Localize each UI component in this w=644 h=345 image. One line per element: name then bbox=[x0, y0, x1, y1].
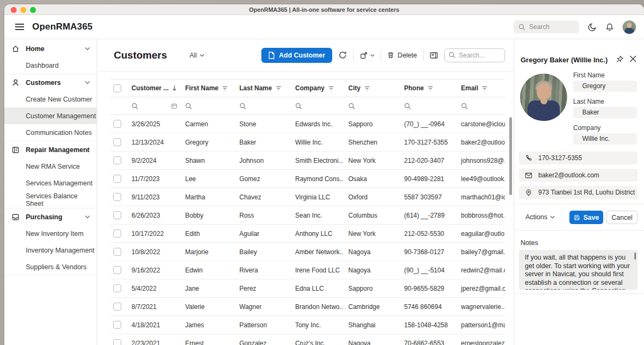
row-checkbox[interactable] bbox=[113, 248, 121, 256]
cell-city: Cambridge bbox=[343, 303, 399, 311]
user-avatar[interactable] bbox=[623, 20, 636, 34]
notes-textarea[interactable]: If you wait, all that happens is you get… bbox=[519, 250, 638, 290]
table-row[interactable]: 2/23/2021 Ernest Gonzalez Cruz's Inc. Na… bbox=[110, 334, 505, 345]
card-view-icon[interactable] bbox=[429, 51, 438, 60]
filter-icon[interactable] bbox=[275, 85, 282, 91]
dark-mode-icon[interactable] bbox=[588, 23, 597, 32]
column-header-last-name[interactable]: Last Name bbox=[234, 84, 290, 92]
cancel-button[interactable]: Cancel bbox=[606, 211, 638, 224]
filter-company[interactable] bbox=[290, 97, 343, 114]
row-checkbox[interactable] bbox=[113, 211, 121, 219]
table-row[interactable]: 8/7/2021 Valerie Wagner Brandon Netwo...… bbox=[110, 298, 505, 316]
notifications-bell-icon[interactable] bbox=[605, 23, 614, 32]
row-checkbox[interactable] bbox=[113, 193, 121, 201]
cell-email: jperez@gmail.c... bbox=[456, 285, 505, 292]
sidebar-item-services-management[interactable]: Services Management bbox=[4, 175, 97, 191]
table-search[interactable] bbox=[444, 48, 505, 62]
filter-email[interactable] bbox=[456, 97, 505, 114]
row-checkbox[interactable] bbox=[113, 120, 121, 128]
column-header-first-name[interactable]: First Name bbox=[180, 84, 234, 92]
row-checkbox[interactable] bbox=[113, 156, 121, 164]
window-title: OpenRMA365 | All-in-one software for ser… bbox=[4, 4, 644, 15]
sidebar-item-customer-management[interactable]: Customer Management bbox=[4, 107, 97, 124]
column-header-city[interactable]: City bbox=[343, 84, 399, 92]
phone-field[interactable]: 170-3127-5355 bbox=[519, 152, 638, 164]
row-checkbox[interactable] bbox=[113, 321, 121, 329]
column-header-customer[interactable]: Customer ... bbox=[128, 84, 180, 92]
global-search-input[interactable] bbox=[529, 23, 572, 31]
cell-city: Columbus bbox=[343, 212, 399, 219]
filter-first-name[interactable] bbox=[180, 97, 234, 114]
calendar-icon[interactable] bbox=[171, 103, 178, 110]
row-checkbox[interactable] bbox=[113, 229, 121, 238]
sidebar-item-dashboard[interactable]: Dashboard bbox=[4, 57, 97, 74]
sidebar-section-home[interactable]: Home bbox=[4, 40, 97, 57]
sidebar-item-communication-notes[interactable]: Communication Notes bbox=[4, 124, 97, 141]
filter-icon[interactable] bbox=[328, 85, 334, 91]
filter-icon[interactable] bbox=[481, 85, 488, 91]
save-button[interactable]: Save bbox=[569, 211, 603, 224]
view-filter-dropdown[interactable]: All bbox=[189, 52, 204, 59]
row-checkbox[interactable] bbox=[113, 266, 121, 274]
filter-customer-date[interactable] bbox=[128, 97, 180, 114]
row-checkbox[interactable] bbox=[113, 138, 121, 146]
table-scrollbar[interactable] bbox=[509, 117, 512, 195]
column-header-phone[interactable]: Phone bbox=[399, 84, 456, 92]
filter-last-name[interactable] bbox=[234, 97, 290, 114]
phone-icon bbox=[525, 154, 533, 162]
sidebar-section-repair-management[interactable]: Repair Management bbox=[4, 141, 97, 158]
first-name-field[interactable]: Gregory bbox=[573, 81, 637, 92]
cell-customer-date: 11/7/2023 bbox=[128, 175, 180, 183]
delete-button[interactable]: Delete bbox=[387, 51, 417, 59]
table-row[interactable]: 6/26/2023 Bobby Ross Sean Inc. Columbus … bbox=[110, 206, 505, 225]
global-search[interactable] bbox=[514, 20, 579, 33]
filter-phone[interactable] bbox=[399, 97, 456, 114]
sidebar-item-new-rma-service[interactable]: New RMA Service bbox=[4, 158, 97, 175]
table-row[interactable]: 4/18/2021 James Patterson Tony Inc. Shan… bbox=[110, 316, 505, 334]
company-field[interactable]: Willie Inc. bbox=[573, 133, 637, 145]
column-header-company[interactable]: Company bbox=[290, 84, 343, 92]
cell-company: Edwards Inc. bbox=[290, 120, 343, 128]
document-icon bbox=[268, 52, 275, 59]
row-checkbox[interactable] bbox=[113, 175, 121, 183]
table-row[interactable]: 9/2/2024 Shawn Johnson Smith Electroni..… bbox=[110, 152, 505, 170]
table-row[interactable]: 11/7/2023 Lee Gomez Raymond Cons... Osak… bbox=[110, 170, 505, 188]
filter-icon[interactable] bbox=[364, 85, 370, 91]
cell-company: Anthony LLC bbox=[290, 230, 343, 238]
sidebar-item-inventory-management[interactable]: Inventory Management bbox=[4, 242, 97, 258]
column-header-email[interactable]: Email bbox=[456, 84, 505, 92]
pin-icon[interactable] bbox=[616, 55, 624, 63]
table-row[interactable]: 9/16/2022 Edwin Rivera Irene Food LLC Na… bbox=[110, 261, 505, 279]
filter-city[interactable] bbox=[343, 97, 399, 114]
sidebar-item-new-inventory-item[interactable]: New Inventory Item bbox=[4, 225, 97, 242]
menu-icon[interactable] bbox=[15, 24, 24, 30]
actions-dropdown[interactable]: Actions bbox=[525, 213, 555, 221]
row-checkbox[interactable] bbox=[113, 284, 121, 292]
table-row[interactable]: 5/4/2022 Jane Perez Edna LLC Sapporo 90-… bbox=[110, 279, 505, 298]
table-row[interactable]: 10/8/2022 Marjorie Bailey Amber Network.… bbox=[110, 243, 505, 261]
sidebar-section-customers[interactable]: Customers bbox=[4, 74, 97, 91]
sidebar-item-services-balance-sheet[interactable]: Services Balance Sheet bbox=[4, 191, 97, 208]
sidebar-section-purchasing[interactable]: Purchasing bbox=[4, 209, 97, 225]
filter-icon[interactable] bbox=[427, 85, 434, 91]
sort-descending-icon[interactable] bbox=[172, 85, 177, 91]
table-row[interactable]: 3/26/2025 Carmen Stone Edwards Inc. Sapp… bbox=[110, 115, 505, 133]
row-checkbox[interactable] bbox=[113, 339, 121, 345]
cell-phone: (70_) __-0964 bbox=[399, 120, 456, 128]
address-field[interactable]: 973 Tianbei 1st Rd, Luohu District bbox=[519, 186, 638, 199]
table-row[interactable]: 9/11/2023 Martha Chavez Virginia LLC Oxf… bbox=[110, 188, 505, 206]
close-icon[interactable] bbox=[630, 55, 636, 62]
email-field[interactable]: baker2@outlook.com bbox=[519, 169, 638, 182]
sidebar-item-suppliers-vendors[interactable]: Suppliers & Vendors bbox=[4, 258, 97, 275]
table-row[interactable]: 12/13/2024 Gregory Baker Willie Inc. She… bbox=[110, 133, 505, 152]
select-all-checkbox[interactable] bbox=[113, 84, 121, 92]
sidebar-item-create-new-customer[interactable]: Create New Customer bbox=[4, 91, 97, 107]
filter-icon[interactable] bbox=[222, 85, 228, 91]
refresh-icon[interactable] bbox=[338, 51, 347, 60]
table-row[interactable]: 10/17/2022 Edith Aguilar Anthony LLC New… bbox=[110, 225, 505, 243]
add-customer-button[interactable]: Add Customer bbox=[261, 48, 332, 63]
row-checkbox[interactable] bbox=[113, 303, 121, 311]
last-name-field[interactable]: Baker bbox=[573, 107, 637, 118]
export-icon[interactable] bbox=[360, 51, 375, 60]
notes-scrollbar[interactable] bbox=[634, 253, 636, 260]
